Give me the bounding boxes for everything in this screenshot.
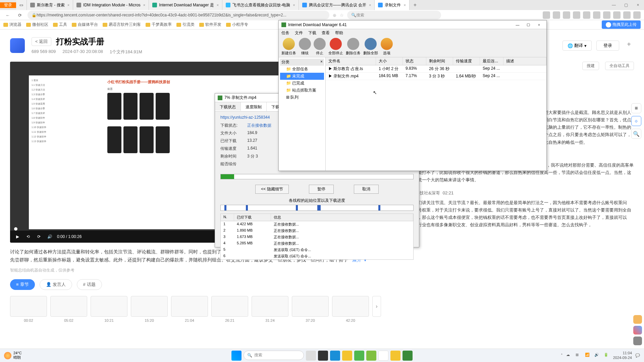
edge-icon[interactable] — [330, 351, 340, 361]
menu-item[interactable]: 帮助 — [335, 30, 343, 36]
tab-cascade-icon[interactable]: ▭ — [16, 0, 27, 10]
settings-icon[interactable] — [633, 337, 642, 345]
browser-search[interactable]: 🔍 搜索 — [347, 11, 441, 19]
explorer-icon[interactable] — [342, 351, 352, 361]
bookmark[interactable]: 千梦高效率 — [146, 22, 172, 27]
dl-tab-status[interactable]: 下载状态 — [215, 102, 241, 111]
close-button[interactable]: × — [534, 22, 544, 28]
col-header[interactable]: 大小 — [376, 57, 403, 65]
bookmark[interactable]: 微创社区 — [26, 22, 48, 27]
menu-item[interactable]: 下载 — [308, 30, 316, 36]
sidebar-icon[interactable] — [633, 11, 641, 19]
hide-details-button[interactable]: << 隐藏细节 — [255, 185, 288, 194]
tree-item[interactable]: ⊞ 队列 — [280, 94, 324, 101]
minimize-button[interactable]: — — [513, 22, 522, 28]
timestamp[interactable]: 02:21 — [443, 190, 454, 195]
bookmark[interactable]: 易语言软件三剑客 — [103, 22, 141, 27]
star-icon[interactable]: ☆ — [340, 13, 344, 18]
bookmark[interactable]: 小程序专 — [226, 22, 248, 27]
add-button[interactable]: + — [624, 41, 634, 51]
login-badge[interactable]: 登录 — [0, 2, 16, 8]
rewind-control[interactable]: ⟲ — [25, 233, 32, 240]
bookmark[interactable]: 浏览器 — [3, 22, 21, 27]
chapter-thumb[interactable]: 00:02 — [10, 296, 47, 317]
wifi-icon[interactable]: 📶 — [585, 353, 591, 359]
tab-2[interactable]: Internet Download Manager 是× — [149, 0, 222, 10]
refresh-button[interactable]: ⟳ — [15, 11, 24, 19]
translate-button[interactable]: 🌐 翻译 ▾ — [562, 41, 592, 51]
bookmark[interactable]: 引流类 — [176, 22, 195, 27]
app-icon[interactable] — [354, 351, 364, 361]
tree-item[interactable]: 📁 全部任务 — [280, 66, 324, 73]
progress-handle[interactable] — [14, 227, 17, 231]
back-button[interactable]: ← — [3, 11, 12, 19]
forward-control[interactable]: ⟳ — [36, 233, 42, 240]
col-header[interactable]: 传输速度 — [453, 57, 480, 65]
ai-icon[interactable]: ⟐ — [631, 116, 641, 126]
resume-button[interactable]: 继续 — [299, 38, 311, 56]
speaker-chip[interactable]: 👤 发言人 — [40, 279, 72, 290]
chapter-thumb[interactable]: 15:20 — [131, 296, 168, 317]
chapter-thumb[interactable]: 21:04 — [171, 296, 208, 317]
cancel-button[interactable]: 取消 — [354, 185, 379, 194]
chapter-thumb[interactable]: 42:20 — [332, 296, 369, 317]
new-task-button[interactable]: 新建任务 — [281, 38, 296, 56]
tab-0[interactable]: 斯尔教育 - 搜索× — [27, 0, 73, 10]
chapter-thumb[interactable]: 05:02 — [50, 296, 87, 317]
volume-control[interactable]: 🔊 — [46, 233, 53, 240]
menu-icon[interactable] — [623, 11, 631, 19]
ext-icon[interactable] — [563, 11, 570, 19]
thumb-next[interactable]: › — [372, 296, 381, 317]
play-control[interactable]: ▶ — [14, 233, 21, 240]
bookmark[interactable]: 自媒体平台 — [72, 22, 98, 27]
bookmark[interactable]: 软件开发 — [199, 22, 221, 27]
url-field[interactable]: 🔒 https://meeting.tencent.com/user-cente… — [28, 11, 329, 19]
ext-icon[interactable] — [553, 11, 560, 19]
maximize-button[interactable]: ▢ — [620, 0, 632, 10]
chapter-thumb[interactable]: 26:21 — [211, 296, 248, 317]
notification-icon[interactable]: 💬 — [635, 353, 640, 358]
ext-icon[interactable] — [543, 11, 550, 19]
idm-taskbar-icon[interactable] — [402, 351, 413, 361]
tree-item[interactable]: 📁 站点抓取方案 — [280, 87, 324, 94]
close-icon[interactable]: × — [67, 3, 69, 7]
tab-3[interactable]: 飞书怎么查看视频会议回放-电脑× — [222, 0, 299, 10]
menu-item[interactable]: 查看 — [322, 30, 330, 36]
list-row[interactable]: ▶ 斯尔教育·占座.ts 1 小时 2 分 9.83% 26 分 36 秒 Se… — [326, 65, 546, 73]
ime-icon[interactable]: ⊞ — [576, 353, 582, 359]
trans-tab-auto[interactable]: 全自动工具 — [605, 62, 634, 70]
folder-icon[interactable] — [390, 351, 400, 361]
minimize-button[interactable]: — — [608, 0, 620, 10]
chapter-thumb[interactable]: 31:24 — [252, 296, 288, 317]
back-link[interactable]: < 返回 — [32, 37, 51, 46]
widget-icon[interactable] — [633, 326, 642, 335]
upload-button[interactable]: 拖拽至此上传 — [602, 20, 641, 29]
tree-item-selected[interactable]: 📁 未完成 — [280, 73, 324, 80]
new-tab-button[interactable]: + — [410, 2, 421, 8]
taskview-icon[interactable] — [306, 351, 316, 361]
close-button[interactable]: × — [632, 0, 644, 10]
options-button[interactable]: 选项 — [381, 38, 393, 56]
taskbar-search[interactable]: 🔍 搜索 — [244, 351, 304, 360]
pause-button[interactable]: 暂停 — [309, 185, 334, 194]
search-icon[interactable]: 🔍 — [631, 129, 641, 139]
volume-icon[interactable]: 🔊 — [594, 353, 600, 359]
play-button[interactable] — [188, 142, 208, 162]
bookmark[interactable]: 工具 — [53, 22, 67, 27]
app-icon[interactable] — [318, 351, 328, 361]
delete-all-button[interactable]: 删除全部 — [363, 38, 378, 56]
dl-tab-speed[interactable]: 速度限制 — [241, 102, 267, 111]
close-icon[interactable]: × — [293, 3, 295, 7]
trans-tab-build[interactable]: 搜建 — [582, 62, 599, 70]
ext-icon[interactable] — [593, 11, 600, 19]
tab-1[interactable]: IDM Integration Module - Micros× — [73, 0, 149, 10]
translate-icon[interactable]: ⊕ — [333, 13, 336, 18]
app-icon[interactable] — [366, 351, 376, 361]
start-button[interactable] — [231, 351, 241, 361]
tree-close-icon[interactable]: × — [320, 59, 323, 65]
col-header[interactable]: 文件名 — [326, 57, 376, 65]
chapter-thumb[interactable]: 10:21 — [91, 296, 127, 317]
topic-chip[interactable]: # 话题 — [77, 279, 102, 290]
tree-item[interactable]: 📁 已完成 — [280, 80, 324, 87]
list-row[interactable]: ▶ 录制文件.mp4 184.91 MB 7.17% 3 分 3 秒 1.64 … — [326, 73, 546, 80]
